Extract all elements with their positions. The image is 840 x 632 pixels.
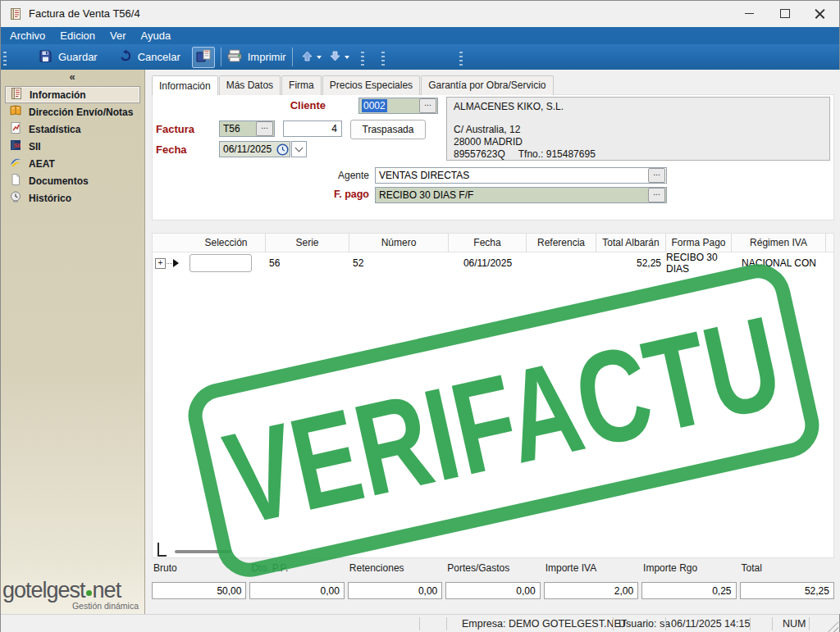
invoice-form-panel: Cliente 0002 ... Factura T56 ... 4 Trasp…	[152, 94, 834, 221]
tree-connector	[167, 263, 172, 264]
cell-referencia	[527, 252, 596, 274]
menu-ver[interactable]: Ver	[103, 28, 134, 43]
fpago-lookup-button[interactable]: ...	[648, 188, 665, 202]
tab-firma[interactable]: Firma	[281, 75, 322, 95]
traspasada-button[interactable]: Traspasada	[350, 120, 426, 139]
column-total-albaran[interactable]: Total Albarán	[596, 234, 666, 252]
column-forma-pago[interactable]: Forma Pago	[666, 234, 732, 252]
nav-down-button[interactable]	[330, 51, 349, 64]
total-value-box[interactable]: 0,00	[348, 582, 442, 599]
tab-garantia[interactable]: Garantía por Obra/Servicio	[421, 75, 553, 95]
client-address: C/ Australia, 12	[454, 124, 823, 136]
calendar-clock-icon[interactable]	[276, 143, 289, 156]
menu-edicion[interactable]: Edicion	[52, 28, 103, 43]
column-fecha[interactable]: Fecha	[449, 234, 527, 252]
sidebar-item-sii[interactable]: SII SII	[5, 138, 140, 155]
tab-informacion[interactable]: Información	[152, 75, 218, 95]
sidebar: « Información Dirección Envío/Notas Esta…	[1, 70, 145, 614]
total-field-total: Total 52,25	[740, 562, 834, 599]
cell-total-albaran: 52,25	[596, 252, 666, 274]
aeat-icon	[9, 156, 22, 171]
sidebar-collapse-button[interactable]: «	[60, 70, 84, 83]
fpago-field[interactable]: RECIBO 30 DIAS F/F ...	[375, 187, 667, 203]
tab-strip: Información Más Datos Firma Precios Espe…	[152, 75, 555, 95]
app-window: Factura de Venta T56/4 Archivo Edicion V…	[0, 0, 840, 632]
toolbar-grip[interactable]	[459, 49, 463, 66]
totals-bar: Bruto 50,00 Dto. P.P. 0,00 Retenciones 0…	[152, 562, 834, 599]
total-value-box[interactable]: 50,00	[152, 582, 246, 599]
nav-up-button[interactable]	[302, 51, 322, 64]
horizontal-scrollbar-thumb[interactable]	[175, 550, 231, 553]
column-referencia[interactable]: Referencia	[527, 234, 596, 252]
clock-icon	[9, 190, 22, 206]
agente-lookup-button[interactable]: ...	[648, 168, 665, 183]
total-field-portes-gastos: Portes/Gastos 0,00	[445, 562, 540, 599]
factura-numero-field[interactable]: 4	[283, 120, 342, 137]
column-regimen-iva[interactable]: Régimen IVA	[732, 234, 826, 252]
expand-row-button[interactable]: +	[155, 258, 166, 269]
cell-serie: 56	[266, 252, 349, 274]
total-field-importe-iva: Importe IVA 2,00	[544, 562, 638, 599]
total-value-box[interactable]: 0,00	[249, 582, 344, 599]
serie-lookup-button[interactable]: ...	[256, 121, 273, 136]
toolbar-grip[interactable]	[3, 49, 7, 66]
agente-field[interactable]: VENTAS DIRECTAS ...	[375, 167, 667, 184]
total-value-box[interactable]: 52,25	[740, 582, 834, 599]
statusbar-datetime: 06/11/2025 14:15	[671, 618, 750, 630]
maximize-button[interactable]	[767, 1, 803, 26]
sidebar-item-direccion-envio[interactable]: Dirección Envío/Notas	[5, 103, 140, 120]
cell-regimen-iva: NACIONAL CON	[732, 252, 826, 274]
sidebar-item-historico[interactable]: Histórico	[5, 189, 140, 207]
sidebar-item-aeat[interactable]: AEAT	[5, 155, 140, 172]
total-field-importe-rgo: Importe Rgo 0,25	[641, 562, 736, 599]
close-button[interactable]	[801, 1, 838, 26]
total-label: Importe Rgo	[641, 562, 736, 576]
sidebar-nav: Información Dirección Envío/Notas Estadí…	[5, 86, 140, 207]
column-serie[interactable]: Serie	[266, 234, 349, 252]
fecha-dropdown-button[interactable]	[291, 141, 307, 157]
sidebar-item-documentos[interactable]: Documentos	[5, 172, 140, 189]
save-export-icon	[196, 49, 211, 65]
arrow-down-icon	[330, 51, 340, 64]
cancel-label: Cancelar	[138, 51, 180, 63]
save-button[interactable]: Guardar	[39, 49, 98, 66]
tab-precios-especiales[interactable]: Precios Especiales	[322, 75, 420, 95]
column-seleccion[interactable]: Selección	[187, 234, 266, 252]
cliente-field[interactable]: 0002 ...	[358, 98, 438, 114]
toolbar-grip[interactable]	[361, 49, 364, 66]
save-special-button[interactable]	[192, 47, 215, 68]
chevron-down-icon	[295, 144, 304, 152]
total-field-bruto: Bruto 50,00	[152, 562, 246, 599]
cancel-button[interactable]: Cancelar	[119, 49, 180, 65]
seleccion-input[interactable]	[189, 254, 252, 272]
window-title: Factura de Venta T56/4	[29, 7, 140, 20]
fecha-field[interactable]: 06/11/2025	[219, 141, 290, 157]
factura-numero-value: 4	[331, 123, 337, 134]
total-field-dto-pp: Dto. P.P. 0,00	[249, 562, 344, 599]
minimize-button[interactable]	[731, 1, 767, 26]
sidebar-item-estadistica[interactable]: Estadística	[5, 120, 140, 138]
statusbar-num-lock: NUM	[783, 618, 806, 630]
total-value-box[interactable]: 0,00	[445, 582, 540, 599]
menu-ayuda[interactable]: Ayuda	[134, 28, 179, 43]
sii-icon: SII	[9, 139, 22, 154]
menu-archivo[interactable]: Archivo	[2, 28, 52, 43]
document-icon	[9, 173, 22, 189]
sidebar-item-label: Estadística	[29, 124, 80, 135]
cliente-lookup-button[interactable]: ...	[419, 98, 436, 113]
arrow-up-icon	[302, 51, 313, 64]
sidebar-item-informacion[interactable]: Información	[5, 86, 140, 103]
svg-text:SII: SII	[14, 143, 21, 148]
factura-serie-field[interactable]: T56 ...	[219, 120, 275, 137]
column-numero[interactable]: Número	[349, 234, 449, 252]
tab-mas-datos[interactable]: Más Datos	[219, 75, 281, 95]
statusbar-separator	[750, 617, 751, 630]
total-value-box[interactable]: 0,25	[641, 582, 736, 599]
total-value-box[interactable]: 2,00	[544, 582, 638, 599]
toolbar-grip[interactable]	[381, 49, 385, 66]
resize-grip[interactable]	[828, 621, 838, 632]
print-button[interactable]: Imprimir	[227, 49, 286, 65]
gotelgest-logo: gotelgestnet Gestión dinámica	[2, 578, 141, 611]
table-row[interactable]: + 56 52 06/11/2025 52,25 RECIBO 30 DIAS …	[153, 252, 833, 274]
total-label: Importe IVA	[544, 562, 638, 576]
